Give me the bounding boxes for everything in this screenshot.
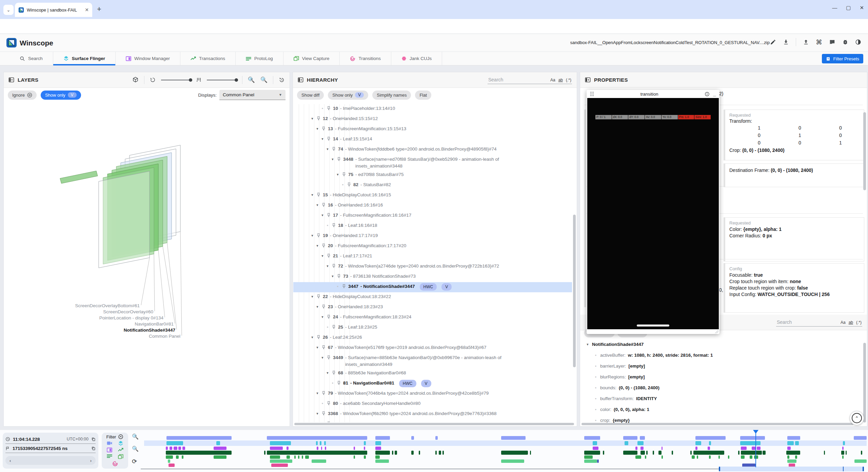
- hierarchy-row-3369[interactable]: ●3369- 67726bf EdgeBackGestureHandler0#3…: [293, 419, 572, 422]
- human-time-field[interactable]: 11:04:14.228 UTC+00:00: [5, 435, 96, 444]
- copy-icon[interactable]: [91, 446, 96, 451]
- pin-icon[interactable]: [332, 264, 336, 268]
- hierarchy-row-3368[interactable]: ▼3368- WindowToken{f6b2f60 type=2024 and…: [293, 409, 572, 419]
- hierarchy-row-79[interactable]: ▼79- WindowToken{7046b4a type=2024 andro…: [293, 389, 572, 399]
- tab-search-button[interactable]: ⌄: [3, 5, 14, 15]
- layer-label[interactable]: PointerLocation - display 0#134: [99, 315, 164, 320]
- trace-entry[interactable]: [270, 441, 291, 445]
- trace-entry[interactable]: [662, 455, 663, 459]
- trace-entry[interactable]: [442, 451, 444, 455]
- displays-select[interactable]: Common Panel ▼: [219, 90, 285, 100]
- timeline-zoom-out-icon[interactable]: 🔍−: [132, 446, 139, 452]
- trace-entry[interactable]: [321, 447, 322, 450]
- collapse-filter-icon[interactable]: [118, 434, 123, 439]
- trace-entry[interactable]: [787, 441, 794, 445]
- layers-3d-view[interactable]: ScreenDecorOverlayBottom#61 ScreenDecorO…: [4, 104, 289, 425]
- trace-entry[interactable]: [375, 436, 390, 440]
- trace-entry[interactable]: [750, 455, 753, 459]
- tab-transitions[interactable]: Transitions: [340, 52, 391, 65]
- trace-entry[interactable]: [718, 455, 720, 459]
- upload-icon[interactable]: [803, 39, 809, 45]
- timeline-row-protolog[interactable]: [144, 455, 867, 459]
- regex-icon[interactable]: (.*): [856, 320, 862, 325]
- hierarchy-row-68[interactable]: ▼68- 885b63e NavigationBar0#68: [293, 369, 572, 379]
- hierarchy-row-20[interactable]: ▼20- FullscreenMagnification:17:17#20: [293, 241, 572, 252]
- hierarchy-row-21[interactable]: ▼21- Leaf:17:17#21: [293, 252, 572, 262]
- trace-entry[interactable]: [302, 455, 303, 459]
- trace-entry[interactable]: [740, 436, 765, 440]
- trace-entry[interactable]: [740, 441, 761, 445]
- pin-icon[interactable]: [332, 223, 336, 228]
- range-handle-left[interactable]: [719, 467, 720, 471]
- pin-icon[interactable]: [316, 116, 321, 121]
- trace-entry[interactable]: [854, 436, 867, 440]
- trace-entry[interactable]: [316, 441, 318, 445]
- expand-arrow-icon[interactable]: ▼: [320, 136, 324, 142]
- trace-entry[interactable]: [375, 455, 380, 459]
- window-manager-icon[interactable]: [107, 448, 112, 452]
- property-row-barrierlayer[interactable]: ●barrierLayer:[empty]: [586, 362, 860, 373]
- trace-entry[interactable]: [178, 447, 181, 450]
- expand-arrow-icon[interactable]: ▼: [331, 156, 335, 163]
- trace-entry[interactable]: [317, 447, 318, 450]
- trace-entry[interactable]: [786, 451, 800, 455]
- trace-entry[interactable]: [364, 455, 366, 459]
- trace-entry[interactable]: [375, 447, 381, 450]
- hierarchy-row-81[interactable]: ●81- NavigationBar0#81HWCV: [293, 379, 572, 389]
- trace-entry[interactable]: [728, 455, 729, 459]
- trace-entry[interactable]: [635, 447, 637, 450]
- property-row-color[interactable]: ●color:(0, 0, 0), alpha: 1: [586, 405, 860, 416]
- trace-entry[interactable]: [411, 451, 413, 455]
- trace-entry[interactable]: [270, 455, 280, 459]
- timeline-cursor-head[interactable]: [753, 430, 758, 434]
- trace-entry[interactable]: [364, 441, 366, 445]
- match-case-icon[interactable]: Aa: [841, 320, 846, 325]
- trace-entry[interactable]: [695, 447, 697, 450]
- trace-entry[interactable]: [375, 441, 381, 445]
- expand-arrow-icon[interactable]: ▼: [315, 242, 319, 249]
- tab-jank-cujs[interactable]: Jank CUJs: [391, 52, 442, 65]
- hierarchy-row-10[interactable]: ●10- ImePlaceholder:13:14#10: [293, 104, 572, 114]
- tab-transactions[interactable]: Transactions: [180, 52, 236, 65]
- trace-entry[interactable]: [166, 451, 232, 455]
- trace-entry[interactable]: [623, 451, 638, 455]
- trace-entry[interactable]: [795, 441, 799, 445]
- pin-icon[interactable]: [332, 325, 336, 329]
- trace-entry[interactable]: [530, 451, 531, 455]
- property-list-scrollbar[interactable]: [863, 343, 866, 422]
- spacing-slider[interactable]: [207, 80, 237, 80]
- hierarchy-row-75[interactable]: ▼75- ed70f88 StatusBar#75: [293, 170, 572, 180]
- layer-label[interactable]: Common Panel: [149, 334, 180, 339]
- trace-entry[interactable]: [214, 447, 226, 450]
- info-icon[interactable]: [705, 92, 710, 97]
- expand-arrow-icon[interactable]: ▼: [320, 253, 324, 259]
- expand-arrow-icon[interactable]: ▼: [310, 293, 314, 300]
- trace-entry[interactable]: [625, 441, 628, 445]
- flat-chip[interactable]: Flat: [415, 91, 431, 100]
- trace-entry[interactable]: [501, 436, 526, 440]
- trace-entry[interactable]: [695, 436, 726, 440]
- hierarchy-row-82[interactable]: ●82- StatusBar#82: [293, 180, 572, 191]
- trace-entry[interactable]: [435, 436, 438, 440]
- trace-entry[interactable]: [741, 451, 762, 455]
- pin-icon[interactable]: [337, 274, 341, 278]
- collapse-panel-icon[interactable]: [8, 77, 14, 83]
- trace-entry[interactable]: [693, 451, 725, 455]
- collapse-panel-icon[interactable]: [298, 77, 303, 83]
- zoom-out-icon[interactable]: 🔍−: [260, 76, 268, 83]
- trace-entry[interactable]: [795, 455, 797, 459]
- expand-arrow-icon[interactable]: ▼: [326, 146, 330, 153]
- zoom-in-icon[interactable]: 🔍+: [248, 76, 255, 83]
- layer-label[interactable]: ScreenDecorOverlayBottom#61: [75, 303, 140, 308]
- hierarchy-row-3447[interactable]: ●3447- NotificationShade#3447HWCV: [293, 282, 572, 292]
- layer-label-selected[interactable]: NotificationShade#3447: [124, 328, 175, 333]
- hierarchy-row-17[interactable]: ▼17- FullscreenMagnification:16:16#17: [293, 211, 572, 221]
- surface-flinger-icon[interactable]: [118, 441, 123, 446]
- pin-icon[interactable]: [337, 381, 341, 385]
- trace-entry[interactable]: [168, 459, 170, 463]
- trace-entry[interactable]: [635, 455, 641, 459]
- hierarchy-row-19[interactable]: ▼19- OneHanded:17:17#19: [293, 231, 572, 241]
- trace-entry[interactable]: [439, 451, 441, 455]
- hierarchy-row-14[interactable]: ▼14- Leaf:15:15#14: [293, 135, 572, 145]
- transition-overlay-window[interactable]: transition _ P: 0 / 1dX: 0.0dY: 0.0Xv: 0…: [587, 90, 719, 334]
